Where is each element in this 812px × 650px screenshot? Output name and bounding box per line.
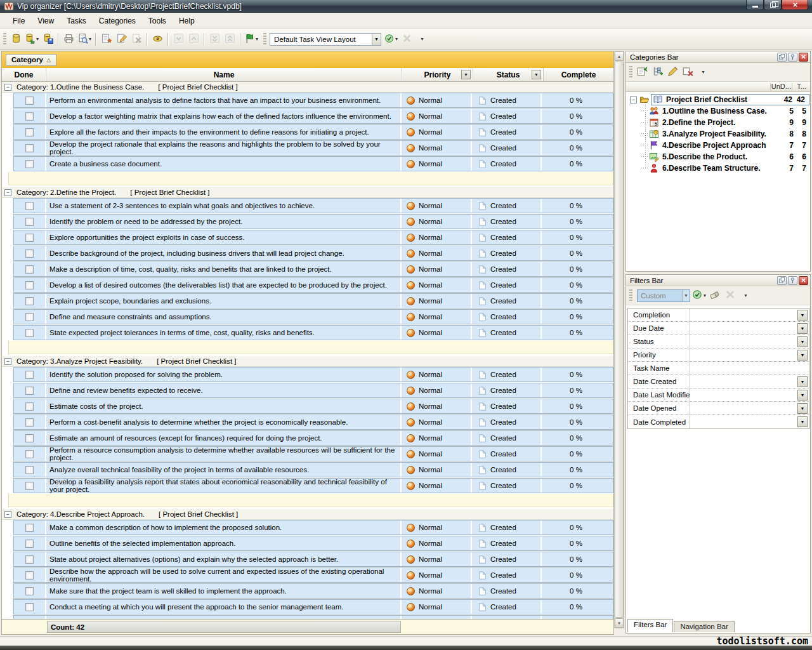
status-cell[interactable]: Created: [472, 584, 542, 598]
status-cell[interactable]: Created: [472, 326, 542, 340]
task-row[interactable]: State expected project tolerances in ter…: [13, 325, 613, 340]
status-cell[interactable]: Created: [472, 536, 542, 550]
task-name-cell[interactable]: Describe background of the project, incl…: [46, 246, 402, 260]
new-category-button[interactable]: [634, 65, 650, 80]
task-row[interactable]: Estimate an amount of resources (except …: [13, 430, 613, 446]
group-by-category-chip[interactable]: Category △: [6, 54, 56, 66]
done-checkbox[interactable]: [25, 234, 34, 242]
task-name-cell[interactable]: Identify the problem or need to be addre…: [46, 215, 402, 229]
status-cell[interactable]: Created: [472, 415, 542, 429]
categories-restore-button[interactable]: [777, 53, 787, 62]
task-name-cell[interactable]: Perform a resource consumption analysis …: [46, 447, 402, 461]
collapse-icon[interactable]: −: [4, 358, 11, 365]
task-row[interactable]: Perform a cost-benefit analysis to deter…: [13, 415, 613, 430]
task-name-cell[interactable]: Estimate costs of the project.: [46, 399, 402, 413]
task-name-cell[interactable]: Develop a factor weighting matrix that e…: [46, 109, 402, 123]
clear-filter-button[interactable]: [707, 288, 723, 303]
new-subcategory-button[interactable]: [650, 65, 665, 80]
done-checkbox[interactable]: [25, 249, 34, 258]
priority-cell[interactable]: Normal: [402, 199, 472, 213]
task-name-cell[interactable]: Explore opportunities the project exploi…: [46, 230, 402, 244]
dropdown-caret-icon[interactable]: ▾: [745, 293, 747, 298]
priority-cell[interactable]: Normal: [402, 463, 472, 477]
dropdown-caret-icon[interactable]: ▾: [704, 293, 706, 298]
done-checkbox[interactable]: [25, 524, 34, 532]
status-cell[interactable]: Created: [472, 463, 542, 477]
task-name-cell[interactable]: Conduct a meeting at which you will pres…: [46, 600, 402, 614]
done-checkbox[interactable]: [25, 371, 34, 379]
tree-collapse-icon[interactable]: −: [630, 96, 637, 103]
task-row[interactable]: Outline benefits of the selected impleme…: [13, 536, 613, 551]
task-name-cell[interactable]: Analyze overall technical feasibility of…: [46, 463, 402, 477]
dropdown-caret-icon[interactable]: ▾: [395, 36, 398, 42]
filters-close-button[interactable]: [799, 276, 808, 285]
filter-dropdown-icon[interactable]: ▼: [797, 336, 808, 347]
status-cell[interactable]: Created: [472, 431, 542, 445]
move-to-top-button[interactable]: [222, 32, 237, 47]
tree-category-row[interactable]: 4.Describe Project Approach77: [626, 140, 810, 151]
toolbar-grip[interactable]: [3, 33, 6, 46]
column-header-status[interactable]: Status▼: [473, 68, 544, 81]
done-checkbox[interactable]: [25, 587, 34, 595]
tree-category-row[interactable]: 5.Describe the Product.66: [626, 151, 810, 162]
task-row[interactable]: Perform a resource consumption analysis …: [13, 446, 613, 461]
status-cell[interactable]: Created: [472, 157, 542, 171]
priority-cell[interactable]: Normal: [402, 230, 472, 244]
task-row[interactable]: Define and review benefits expected to r…: [13, 383, 613, 398]
priority-cell[interactable]: Normal: [402, 568, 472, 582]
column-header-done[interactable]: Done: [2, 68, 46, 81]
done-checkbox[interactable]: [25, 571, 34, 580]
task-name-cell[interactable]: State about project alternatives (option…: [46, 552, 402, 566]
task-name-cell[interactable]: Make sure that the project team is well …: [46, 584, 402, 598]
tree-root-row[interactable]: −Project Brief Checklist4242: [626, 94, 810, 105]
status-cell[interactable]: Created: [472, 399, 542, 413]
apply-filter-button[interactable]: ▾: [690, 288, 707, 303]
done-checkbox[interactable]: [25, 281, 34, 289]
scroll-up-icon[interactable]: ▲: [615, 51, 624, 61]
edit-category-button[interactable]: [665, 65, 680, 80]
new-database-button[interactable]: [8, 32, 23, 47]
task-row[interactable]: Develop a feasibility analysis report th…: [13, 478, 613, 493]
dropdown-caret-icon[interactable]: ▾: [36, 36, 39, 42]
column-header-name[interactable]: Name: [46, 68, 402, 81]
task-row[interactable]: Make a description of time, cost, qualit…: [13, 262, 613, 277]
task-name-cell[interactable]: Develop a list of desired outcomes (the …: [46, 278, 402, 292]
status-cell[interactable]: Created: [472, 141, 542, 155]
scrollbar-thumb[interactable]: [615, 62, 624, 618]
task-name-cell[interactable]: Perform an environmental analysis to def…: [46, 93, 402, 107]
task-name-cell[interactable]: Develop the project rationale that expla…: [46, 141, 402, 155]
priority-cell[interactable]: Normal: [402, 246, 472, 260]
task-row[interactable]: Create a business case document.NormalCr…: [13, 156, 613, 171]
status-cell[interactable]: Created: [472, 278, 542, 292]
category-group-header[interactable]: −Category: 4.Describe Project Approach.[…: [2, 509, 613, 520]
status-cell[interactable]: Created: [472, 600, 542, 614]
done-checkbox[interactable]: [25, 540, 34, 548]
menu-view[interactable]: View: [31, 14, 60, 28]
done-checkbox[interactable]: [25, 434, 34, 442]
move-up-button[interactable]: [186, 32, 201, 47]
priority-cell[interactable]: Normal: [402, 157, 472, 171]
filter-dropdown-icon[interactable]: ▼: [797, 390, 808, 401]
selected-category-row[interactable]: Project Brief Checklist4242: [651, 94, 809, 105]
status-filter-dropdown-icon[interactable]: ▼: [532, 70, 541, 79]
priority-cell[interactable]: Normal: [402, 278, 472, 292]
more-category-options-button[interactable]: ▾: [695, 65, 710, 80]
status-cell[interactable]: Created: [472, 383, 542, 397]
filters-pin-button[interactable]: [788, 276, 797, 285]
filter-dropdown-icon[interactable]: ▼: [797, 416, 808, 427]
done-checkbox[interactable]: [25, 450, 34, 458]
status-cell[interactable]: Created: [472, 310, 542, 324]
priority-cell[interactable]: Normal: [402, 310, 472, 324]
notification-button[interactable]: ▾: [243, 32, 259, 47]
categories-pin-button[interactable]: [788, 53, 797, 62]
filter-dropdown-icon[interactable]: ▼: [797, 310, 808, 321]
tree-category-row[interactable]: 3.Analyze Project Feasibility.88: [626, 128, 810, 140]
done-checkbox[interactable]: [25, 482, 34, 490]
filters-restore-button[interactable]: [777, 276, 787, 285]
task-name-cell[interactable]: Explore all the factors and their impact…: [46, 125, 402, 139]
scroll-down-icon[interactable]: ▼: [615, 618, 624, 628]
tab-navigation-bar[interactable]: Navigation Bar: [674, 621, 734, 632]
tree-category-row[interactable]: 1.Outline the Business Case.55: [626, 105, 810, 117]
priority-cell[interactable]: Normal: [402, 552, 472, 566]
category-group-header[interactable]: −Category: 2.Define the Project.[ Projec…: [2, 187, 613, 198]
